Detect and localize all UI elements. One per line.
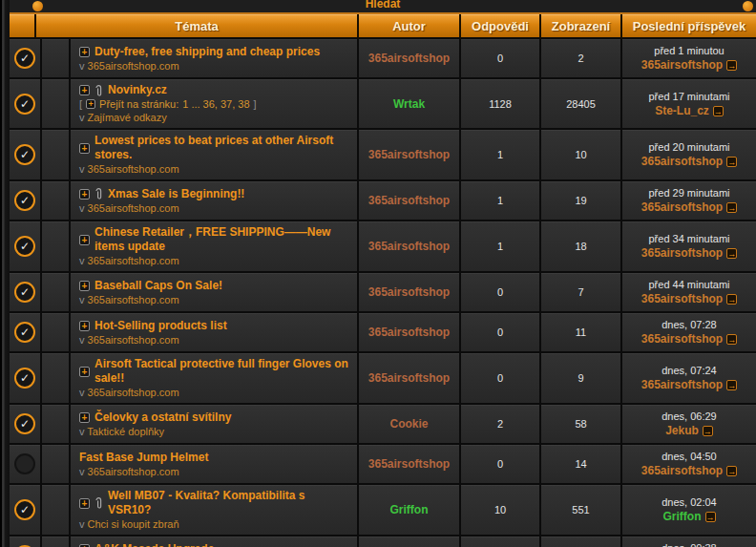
author-link[interactable]: 365airsoftshop (368, 52, 450, 65)
expand-topic-icon[interactable]: + (79, 47, 90, 57)
expand-topic-icon[interactable]: + (79, 281, 90, 291)
last-post-author-link[interactable]: 365airsoftshop (641, 464, 723, 478)
forum-prefix: v (79, 387, 85, 398)
forum-link[interactable]: 365airsoftshop.com (88, 334, 179, 346)
views-cell: 7 (541, 273, 622, 313)
last-post-author-link[interactable]: 365airsoftshop (641, 200, 723, 215)
topic-title-link[interactable]: Fast Base Jump Helmet (79, 451, 208, 465)
topic-status-cell: ✓ (10, 39, 42, 79)
last-post-author-link[interactable]: 365airsoftshop (641, 292, 723, 306)
forum-link[interactable]: 365airsoftshop.com (88, 60, 179, 72)
author-cell: Griffon (359, 485, 461, 536)
topic-folder-cell (42, 273, 71, 313)
table-row: ✓ + Čelovky a ostatní svítilny [ + ] v T… (10, 405, 756, 445)
author-link[interactable]: Griffon (390, 503, 429, 516)
goto-last-post-icon[interactable]: → (713, 106, 724, 116)
last-post-author-link[interactable]: 365airsoftshop (641, 155, 723, 169)
topic-title-link[interactable]: Duty-free, free shipping and cheap price… (94, 45, 320, 59)
header-icon-col (10, 14, 36, 39)
topic-status-icon: ✓ (14, 48, 35, 69)
author-link[interactable]: 365airsoftshop (368, 285, 450, 299)
goto-last-post-icon[interactable]: → (726, 466, 737, 476)
forum-link[interactable]: 365airsoftshop.com (88, 294, 179, 305)
forum-link[interactable]: 365airsoftshop.com (88, 202, 179, 214)
topic-title-link[interactable]: Airsoft Tactical protective full finger … (94, 357, 351, 386)
expand-topic-icon[interactable]: + (79, 321, 90, 331)
expand-topic-icon[interactable]: + (79, 189, 90, 200)
forum-link[interactable]: 365airsoftshop.com (88, 387, 179, 398)
topic-title-link[interactable]: Lowest prices to beat prices at other Ai… (94, 134, 351, 162)
goto-page-icon[interactable]: + (86, 99, 95, 109)
topic-title-link[interactable]: Chinese Retailer，FREE SHIPPING——New item… (94, 225, 351, 254)
last-post-author-link[interactable]: Ste-Lu_cz (655, 104, 709, 118)
topic-title-link[interactable]: Baseball Caps On Sale! (94, 279, 222, 293)
last-post-cell: před 20 minutami 365airsoftshop → (622, 130, 756, 181)
search-collapsed-bar[interactable]: Hledat (10, 0, 756, 12)
last-post-author-link[interactable]: 365airsoftshop (641, 246, 723, 261)
topic-title-link[interactable]: Čelovky a ostatní svítilny (94, 410, 231, 425)
table-row: ✓ + Chinese Retailer，FREE SHIPPING——New … (10, 221, 756, 273)
goto-page-label: Přejít na stránku: (99, 97, 178, 111)
views-cell: 28405 (541, 79, 622, 130)
topic-title-link[interactable]: A&K Masada Upgrade (94, 542, 214, 547)
topic-folder-cell (42, 221, 71, 273)
author-link[interactable]: 365airsoftshop (368, 457, 450, 471)
last-post-author-link[interactable]: Griffon (663, 510, 702, 524)
goto-last-post-icon[interactable]: → (726, 334, 737, 345)
replies-cell: 0 (461, 39, 541, 79)
topic-folder-cell (42, 353, 71, 405)
last-post-time: před 1 minutou (654, 44, 724, 58)
goto-last-post-icon[interactable]: → (703, 426, 713, 436)
forum-link[interactable]: 365airsoftshop.com (88, 466, 179, 477)
author-link[interactable]: Cookie (389, 417, 428, 431)
topic-title-link[interactable]: Novinky.cz (108, 83, 167, 97)
forum-link[interactable]: Zajímavé odkazy (88, 112, 167, 123)
last-post-author-link[interactable]: 365airsoftshop (641, 378, 723, 392)
forum-line: v Chci si koupit zbraň (79, 517, 179, 531)
expand-topic-icon[interactable]: + (79, 367, 90, 377)
forum-link[interactable]: Chci si koupit zbraň (88, 518, 179, 530)
topic-cell: + Novinky.cz [ + Přejít na stránku: 1 ..… (71, 79, 359, 130)
forum-link[interactable]: 365airsoftshop.com (88, 163, 179, 175)
expand-topic-icon[interactable]: + (79, 412, 90, 423)
forum-link[interactable]: 365airsoftshop.com (88, 255, 179, 266)
goto-last-post-icon[interactable]: → (726, 248, 737, 259)
author-cell: Cookie (359, 405, 461, 445)
goto-last-post-icon[interactable]: → (726, 60, 737, 71)
last-post-cell: před 44 minutami 365airsoftshop → (622, 273, 756, 313)
forum-link[interactable]: Taktické doplňky (87, 426, 164, 437)
expand-topic-icon[interactable]: + (79, 498, 90, 509)
table-row: ✓ + Baseball Caps On Sale! [ + ] v 365ai… (10, 273, 756, 313)
last-post-author-link[interactable]: Jekub (665, 424, 699, 438)
goto-last-post-icon[interactable]: → (726, 294, 737, 305)
expand-topic-icon[interactable]: + (79, 143, 90, 154)
check-icon: ✓ (20, 98, 30, 110)
topic-title-link[interactable]: Xmas Sale is Beginning!! (108, 187, 244, 201)
views-cell: 551 (541, 485, 622, 536)
author-link[interactable]: 365airsoftshop (368, 194, 450, 207)
topic-status-icon: ✓ (14, 413, 35, 434)
check-icon: ✓ (20, 286, 30, 298)
author-link[interactable]: 365airsoftshop (368, 148, 450, 161)
replies-cell: 0 (461, 313, 541, 353)
goto-last-post-icon[interactable]: → (726, 157, 737, 167)
page-number-links[interactable]: 1 ... 36, 37, 38 (182, 97, 249, 111)
last-post-author-link[interactable]: 365airsoftshop (641, 332, 723, 347)
goto-last-post-icon[interactable]: → (726, 202, 737, 213)
table-header-row: Témata Autor Odpovědi Zobrazení Poslední… (10, 14, 756, 39)
author-link[interactable]: 365airsoftshop (368, 240, 450, 253)
expand-topic-icon[interactable]: + (79, 235, 90, 245)
expand-topic-icon[interactable]: + (79, 85, 90, 95)
last-post-cell: před 34 minutami 365airsoftshop → (622, 221, 756, 273)
goto-last-post-icon[interactable]: → (705, 512, 716, 522)
search-bar-title[interactable]: Hledat (10, 0, 756, 10)
topic-title-link[interactable]: Well MB07 - Kvalita? Kompatibilita s VSR… (108, 489, 351, 517)
expand-topic-icon[interactable]: + (79, 544, 90, 547)
topic-title-link[interactable]: Hot-Selling products list (94, 319, 227, 333)
author-link[interactable]: Wrtak (393, 97, 425, 111)
author-link[interactable]: 365airsoftshop (368, 326, 450, 339)
last-post-author-link[interactable]: 365airsoftshop (641, 58, 723, 73)
author-link[interactable]: 365airsoftshop (368, 371, 450, 385)
views-cell: 19 (541, 181, 622, 221)
goto-last-post-icon[interactable]: → (726, 380, 737, 390)
